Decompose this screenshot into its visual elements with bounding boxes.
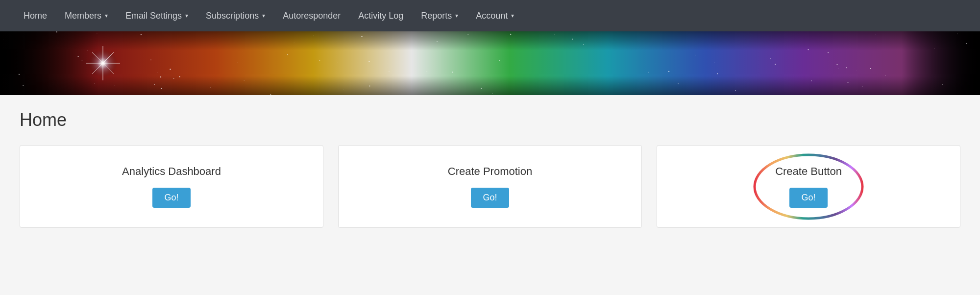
go-button-analytics[interactable]: Go!	[152, 188, 190, 208]
go-button-promotion[interactable]: Go!	[471, 188, 509, 208]
nav-item-email-settings[interactable]: Email Settings ▾	[117, 6, 197, 26]
chevron-down-icon: ▾	[105, 12, 108, 19]
card-title-promotion: Create Promotion	[448, 165, 532, 178]
card-promotion: Create Promotion Go!	[338, 145, 642, 228]
chevron-down-icon: ▾	[185, 12, 188, 19]
nav-item-reports[interactable]: Reports ▾	[412, 6, 467, 26]
cards-row: Analytics Dashboard Go! Create Promotion…	[20, 145, 960, 228]
nav-item-home[interactable]: Home	[15, 6, 56, 26]
nav-label-reports: Reports	[421, 11, 452, 21]
card-analytics: Analytics Dashboard Go!	[20, 145, 323, 228]
chevron-down-icon: ▾	[262, 12, 265, 19]
nav-label-email-settings: Email Settings	[125, 11, 182, 21]
nav-label-home: Home	[24, 11, 47, 21]
go-button-create-button[interactable]: Go!	[789, 188, 827, 208]
nav-label-activity-log: Activity Log	[358, 11, 403, 21]
hero-canvas	[0, 31, 980, 95]
main-content: Home Analytics Dashboard Go! Create Prom…	[0, 95, 980, 247]
svg-point-0	[755, 155, 862, 219]
nav-item-members[interactable]: Members ▾	[56, 6, 117, 26]
nav-label-members: Members	[65, 11, 101, 21]
nav-item-autoresponder[interactable]: Autoresponder	[274, 6, 349, 26]
card-create-button: Create Button Go!	[657, 145, 960, 228]
nav-label-account: Account	[476, 11, 508, 21]
card-title-analytics: Analytics Dashboard	[122, 165, 221, 178]
nav-item-account[interactable]: Account ▾	[467, 6, 523, 26]
rainbow-wrapper: Create Button Go!	[775, 165, 842, 208]
nav-item-activity-log[interactable]: Activity Log	[349, 6, 412, 26]
nav-label-subscriptions: Subscriptions	[206, 11, 259, 21]
nav-item-subscriptions[interactable]: Subscriptions ▾	[197, 6, 274, 26]
chevron-down-icon: ▾	[455, 12, 458, 19]
card-title-create-button: Create Button	[775, 165, 842, 178]
rainbow-ring-icon	[752, 152, 865, 221]
navbar: Home Members ▾ Email Settings ▾ Subscrip…	[0, 0, 980, 31]
page-title: Home	[20, 110, 960, 130]
hero-banner	[0, 31, 980, 95]
chevron-down-icon: ▾	[511, 12, 514, 19]
nav-label-autoresponder: Autoresponder	[283, 11, 341, 21]
